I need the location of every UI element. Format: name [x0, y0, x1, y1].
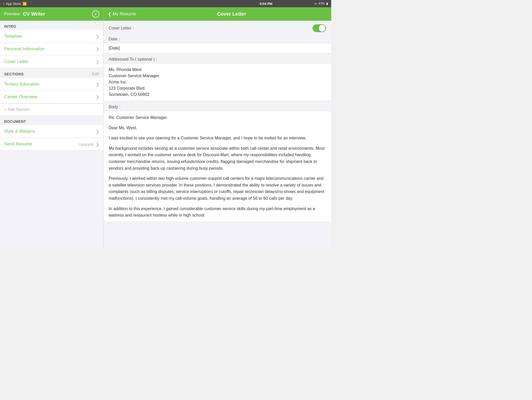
document-header: Document: [0, 116, 103, 125]
addressed-to-label: Addressed To ( optional ) :: [109, 57, 157, 62]
apple-icon: : [3, 2, 4, 6]
add-section-button[interactable]: + Add Section: [0, 103, 103, 116]
addressed-to-label-row: Addressed To ( optional ) :: [104, 53, 331, 63]
cover-letter-label: Cover Letter :: [109, 26, 134, 31]
wifi-icon: 📶: [23, 2, 27, 6]
sidebar-item-tertiary-education[interactable]: Tertiary Education ❯: [0, 78, 103, 91]
date-label: Date :: [109, 37, 120, 41]
body-label: Body :: [109, 105, 120, 109]
sidebar-item-template[interactable]: Template ❯: [0, 30, 103, 43]
body-para-4: Previously, I worked within two high-vol…: [109, 175, 326, 202]
chevron-right-icon: ❯: [96, 142, 99, 147]
sidebar: Intro Template ❯ Personal Information ❯ …: [0, 21, 104, 249]
chevron-right-icon: ❯: [96, 129, 99, 134]
battery-icon: ▮: [326, 2, 328, 5]
nav-left: Preview CV Writer i: [0, 10, 104, 18]
back-chevron-icon: ❮: [108, 11, 112, 17]
status-bar:  App Store 📶 8:04 PM ⨯ 47% ▮: [0, 0, 331, 7]
toggle-thumb: [319, 25, 326, 32]
sidebar-cover-letter-label: Cover Letter: [4, 59, 96, 64]
body-para-1: Dear Ms. West,: [109, 125, 326, 131]
status-time: 8:04 PM: [260, 2, 272, 6]
date-input-row[interactable]: [104, 43, 331, 53]
sidebar-item-style-margins[interactable]: Style & Margins ❯: [0, 125, 103, 138]
back-button[interactable]: ❮ My Resume: [108, 11, 136, 17]
sidebar-item-send-resume[interactable]: Send Resume Upgrade ❯: [0, 138, 103, 151]
sections-edit-button[interactable]: Edit: [92, 72, 99, 76]
sidebar-template-label: Template: [4, 34, 96, 39]
back-label: My Resume: [113, 11, 136, 17]
cover-letter-toggle[interactable]: [313, 24, 326, 32]
intro-section-header: Intro: [0, 21, 103, 30]
status-left:  App Store 📶: [3, 2, 27, 6]
addressed-to-text[interactable]: Ms. Rhonda West Customer Service Manager…: [104, 63, 331, 101]
upgrade-badge: Upgrade: [79, 142, 94, 146]
sidebar-tertiary-education-label: Tertiary Education: [4, 82, 96, 87]
chevron-right-icon: ❯: [96, 47, 99, 52]
sidebar-item-career-overview[interactable]: Career Overview ❯: [0, 91, 103, 103]
main-layout: Intro Template ❯ Personal Information ❯ …: [0, 21, 331, 249]
chevron-right-icon: ❯: [96, 95, 99, 99]
cover-letter-toggle-row: Cover Letter :: [104, 21, 331, 34]
app-title: CV Writer: [23, 11, 45, 17]
document-header-label: Document: [4, 119, 26, 124]
status-right: ⨯ 47% ▮: [314, 2, 328, 5]
body-text[interactable]: Re: Customer Service Manager. Dear Ms. W…: [104, 111, 331, 222]
app-store-label: App Store: [6, 2, 21, 6]
sections-header-label: Sections: [4, 72, 24, 76]
preview-button[interactable]: Preview: [4, 11, 20, 17]
nav-right: ❮ My Resume Cover Letter: [104, 11, 331, 17]
bluetooth-icon: ⨯: [314, 2, 317, 5]
chevron-right-icon: ❯: [96, 59, 99, 64]
info-icon: i: [95, 12, 96, 16]
body-para-5: In addition to this experience, I gained…: [109, 205, 326, 219]
info-button[interactable]: i: [92, 10, 99, 18]
chevron-right-icon: ❯: [96, 82, 99, 87]
nav-bar: Preview CV Writer i ❮ My Resume Cover Le…: [0, 7, 331, 21]
date-input[interactable]: [109, 46, 326, 51]
sections-header: Sections Edit: [0, 68, 103, 78]
intro-header-label: Intro: [4, 24, 16, 28]
sidebar-send-resume-label: Send Resume: [4, 141, 79, 147]
sidebar-personal-info-label: Personal Information: [4, 46, 96, 52]
battery-label: 47%: [319, 2, 325, 5]
sidebar-item-personal-info[interactable]: Personal Information ❯: [0, 43, 103, 55]
sidebar-item-cover-letter[interactable]: Cover Letter ❯: [0, 55, 103, 68]
body-label-row: Body :: [104, 101, 331, 111]
chevron-right-icon: ❯: [96, 34, 99, 39]
body-para-0: Re: Customer Service Manager.: [109, 114, 326, 121]
sidebar-career-overview-label: Career Overview: [4, 94, 96, 99]
content-area: Cover Letter : Date : Addressed To ( opt…: [104, 21, 331, 249]
body-para-3: My background includes serving as a cust…: [109, 145, 326, 172]
sidebar-style-margins-label: Style & Margins: [4, 129, 96, 134]
body-para-2: I was excited to see your opening for a …: [109, 135, 326, 141]
date-label-row: Date :: [104, 34, 331, 43]
nav-right-title: Cover Letter: [136, 11, 327, 17]
